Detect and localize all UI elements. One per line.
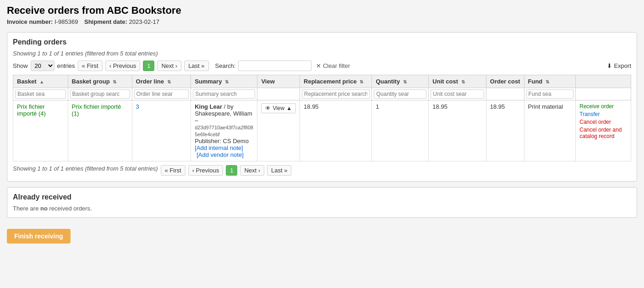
replacement-price-sort-icon: ⇅ [360,79,363,84]
cell-order-cost: 18.95 [486,100,524,161]
book-publisher: Publisher: CS Demo [195,138,249,144]
showing-bottom: Showing 1 to 1 of 1 entries (filtered fr… [13,165,158,172]
invoice-info: Invoice number: I-985369 Shipment date: … [7,18,637,25]
pagination-bar-bottom: Showing 1 to 1 of 1 entries (filtered fr… [13,165,631,176]
first-button-bottom[interactable]: « First [161,165,186,176]
cell-replacement-price: 18.95 [300,100,372,161]
cell-basket-group: Prix fichier importé (1) [68,100,132,161]
book-guid: d23d97710ae43f7ca2f8085e6fe4cebf [195,125,253,137]
summary-search-input[interactable] [193,89,255,99]
unit-cost-sort-icon: ⇅ [461,79,465,84]
unit-cost-search-input[interactable] [431,89,484,99]
pagination-bar-top: Show 20 50 100 entries « First ‹ Previou… [13,61,631,71]
page-title: Receive orders from ABC Bookstore [7,5,637,17]
no-orders-text: There are no received orders. [13,205,631,212]
col-quantity[interactable]: Quantity ⇅ [372,75,429,88]
col-summary-label: Summary [195,78,222,85]
col-fund-label: Fund [528,78,543,85]
cell-quantity: 1 [372,100,429,161]
pending-orders-section: Pending orders Showing 1 to 1 of 1 entri… [7,32,637,182]
cell-basket: Prix fichier importé (4) [13,100,68,161]
dropdown-icon: ▲ [286,105,292,111]
previous-button-bottom[interactable]: ‹ Previous [188,165,224,176]
cancel-catalog-link[interactable]: Cancel order and catalog record [579,127,627,139]
col-unit-cost[interactable]: Unit cost ⇅ [429,75,486,88]
basket-link[interactable]: Prix fichier importé (4) [17,103,46,117]
basket-group-link[interactable]: Prix fichier importé (1) [72,103,121,117]
order-line-link[interactable]: 3 [136,103,139,110]
cell-summary: King Lear / by Shakespeare, William – d2… [191,100,257,161]
col-order-cost[interactable]: Order cost [486,75,524,88]
add-internal-note-link[interactable]: [Add internal note] [195,144,243,151]
add-vendor-note-link[interactable]: [Add vendor note] [196,151,244,158]
col-basket-label: Basket [17,78,37,85]
last-button-bottom[interactable]: Last » [267,165,291,176]
cell-fund: Print material [524,100,576,161]
next-button-bottom[interactable]: Next › [240,165,264,176]
cancel-order-link[interactable]: Cancel order [579,119,627,125]
cell-view: 👁 View ▲ [257,100,300,161]
pending-orders-heading: Pending orders [13,38,631,46]
col-order-line[interactable]: Order line ⇅ [132,75,191,88]
cell-unit-cost: 18.95 [429,100,486,161]
summary-sort-icon: ⇅ [225,79,229,84]
current-page-top: 1 [143,61,154,71]
book-dash: – [195,117,198,124]
fund-sort-icon: ⇅ [546,79,549,84]
col-replacement-price[interactable]: Replacement price ⇅ [300,75,372,88]
entries-label: entries [57,62,75,69]
table-row: Prix fichier importé (4) Prix fichier im… [13,100,631,161]
order-line-search-input[interactable] [134,89,189,99]
col-quantity-label: Quantity [376,78,400,85]
col-order-cost-label: Order cost [490,78,520,85]
eye-icon: 👁 [265,105,271,111]
col-order-line-label: Order line [136,78,164,85]
last-button-top[interactable]: Last » [184,61,208,71]
next-button-top[interactable]: Next › [157,61,181,71]
already-received-heading: Already received [13,193,631,201]
col-basket-group[interactable]: Basket group ⇅ [68,75,132,88]
export-icon: ⬇ [607,62,612,69]
view-label: View [273,105,284,111]
col-fund[interactable]: Fund ⇅ [524,75,576,88]
export-button[interactable]: ⬇ Export [607,62,631,69]
basket-sort-icon: ▲ [39,79,44,84]
quantity-search-input[interactable] [374,89,426,99]
finish-receiving-button[interactable]: Finish receiving [7,229,71,244]
no-word: no [40,205,48,212]
col-replacement-price-label: Replacement price [304,78,357,85]
pending-orders-table: Basket ▲ Basket group ⇅ Order line ⇅ Sum… [13,75,631,161]
clear-filter-button[interactable]: ✕ Clear filter [316,62,350,69]
table-search-row [13,88,631,100]
show-select[interactable]: 20 50 100 [31,61,55,71]
shipment-date: 2023-02-17 [129,18,160,25]
shipment-label: Shipment date: [84,18,127,25]
replacement-price-search-input[interactable] [302,89,370,99]
showing-top: Showing 1 to 1 of 1 entries (filtered fr… [13,50,631,57]
first-button-top[interactable]: « First [78,61,103,71]
cell-actions: Receive order Transfer Cancel order Canc… [576,100,631,161]
receive-order-link[interactable]: Receive order [579,103,627,110]
col-summary[interactable]: Summary ⇅ [191,75,257,88]
previous-button-top[interactable]: ‹ Previous [105,61,141,71]
current-page-bottom: 1 [226,165,237,176]
col-actions [576,75,631,88]
view-button[interactable]: 👁 View ▲ [261,103,296,113]
basket-group-search-input[interactable] [70,89,130,99]
col-unit-cost-label: Unit cost [432,78,458,85]
fund-search-input[interactable] [526,89,574,99]
quantity-sort-icon: ⇅ [403,79,407,84]
col-view-label: View [261,78,274,85]
show-label: Show [13,62,28,69]
col-view: View [257,75,300,88]
col-basket-group-label: Basket group [72,78,110,85]
invoice-label: Invoice number: [7,18,53,25]
basket-search-input[interactable] [15,89,66,99]
already-received-section: Already received There are no received o… [7,187,637,218]
book-title: King Lear / by Shakespeare, William [195,103,252,117]
col-basket[interactable]: Basket ▲ [13,75,68,88]
table-header-row: Basket ▲ Basket group ⇅ Order line ⇅ Sum… [13,75,631,88]
basket-group-sort-icon: ⇅ [113,79,116,84]
search-input[interactable] [238,61,311,71]
transfer-link[interactable]: Transfer [579,111,627,117]
